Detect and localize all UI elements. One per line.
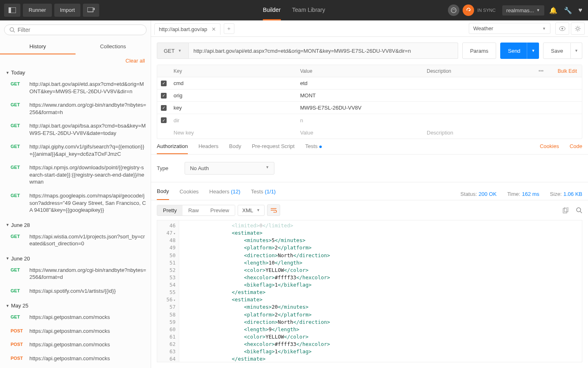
checkbox-icon[interactable]: ✓ <box>161 105 167 111</box>
checkbox-icon[interactable]: ✓ <box>161 93 167 99</box>
history-item[interactable]: GEThttp://api.bart.gov/api/bsa.aspx?cmd=… <box>4 120 147 141</box>
param-value[interactable]: MONT <box>297 90 423 101</box>
new-desc-input[interactable]: Description <box>423 128 533 138</box>
sidebar-history-list[interactable]: ▼TodayGEThttp://api.bart.gov/api/etd.asp… <box>0 65 151 368</box>
settings-icon[interactable]: 🔧 <box>562 7 574 14</box>
environment-select[interactable]: Weather▼ <box>469 23 550 34</box>
history-item[interactable]: POSThttps://api.getpostman.com/mocks <box>4 366 147 368</box>
env-settings-button[interactable] <box>571 22 585 35</box>
search-response-icon[interactable] <box>576 207 582 213</box>
history-item[interactable]: POSThttps://api.getpostman.com/mocks <box>4 325 147 339</box>
history-item[interactable]: GEThttps://www.random.org/cgi-bin/randby… <box>4 99 147 120</box>
history-item[interactable]: GEThttps://www.random.org/cgi-bin/randby… <box>4 264 147 285</box>
tab-builder[interactable]: Builder <box>263 0 281 20</box>
sidebar-filter[interactable] <box>4 25 147 35</box>
param-key[interactable]: dir <box>170 115 297 126</box>
param-value[interactable]: MW9S-E7SL-26DU-VV8V <box>297 103 423 113</box>
method-select[interactable]: GET▼ <box>157 43 189 59</box>
params-button[interactable]: Params <box>462 43 496 59</box>
sidebar-day-header[interactable]: ▼June 20 <box>4 251 147 264</box>
sidebar-tab-history[interactable]: History <box>0 39 76 54</box>
resp-tab-tests[interactable]: Tests (1/1) <box>251 188 276 200</box>
add-tab-button[interactable]: ＋ <box>224 23 234 34</box>
toggle-sidebar-button[interactable] <box>4 4 20 17</box>
runner-button[interactable]: Runner <box>23 4 52 17</box>
param-desc[interactable] <box>423 94 533 98</box>
close-tab-icon[interactable]: ✕ <box>212 26 216 32</box>
format-select[interactable]: XML▼ <box>238 205 265 216</box>
param-key[interactable]: orig <box>170 90 297 101</box>
new-window-button[interactable] <box>83 4 99 17</box>
auth-type-select[interactable]: No Auth▼ <box>185 162 274 175</box>
param-row[interactable]: ✓keyMW9S-E7SL-26DU-VV8V <box>157 102 582 114</box>
filter-input[interactable] <box>18 27 141 33</box>
save-options-button[interactable]: ▼ <box>571 43 582 59</box>
subtab-prerequest[interactable]: Pre-request Script <box>252 143 295 154</box>
history-item[interactable]: GEThttp://api.giphy.com/v1/gifs/search?q… <box>4 141 147 162</box>
new-key-input[interactable]: New key <box>170 128 297 138</box>
code-link[interactable]: Code <box>570 143 582 154</box>
more-options-icon[interactable]: ••• <box>533 68 549 74</box>
param-value[interactable]: n <box>297 115 423 126</box>
url-input[interactable]: http://api.bart.gov/api/etd.aspx?cmd=etd… <box>189 43 459 59</box>
new-value-input[interactable]: Value <box>297 128 423 138</box>
param-row[interactable]: ✓origMONT <box>157 90 582 102</box>
subtab-headers[interactable]: Headers <box>198 143 218 154</box>
param-key[interactable]: key <box>170 103 297 113</box>
param-row[interactable]: ✓cmdetd <box>157 77 582 90</box>
history-item[interactable]: GEThttps://api.npmjs.org/downloads/point… <box>4 162 147 190</box>
history-item[interactable]: GEThttps://maps.googleapis.com/maps/api/… <box>4 190 147 218</box>
notifications-icon[interactable]: 🔔 <box>548 7 559 14</box>
copy-response-icon[interactable] <box>563 207 569 213</box>
tab-team-library[interactable]: Team Library <box>292 0 325 20</box>
bulk-edit-link[interactable]: Bulk Edit <box>549 68 582 74</box>
mode-raw[interactable]: Raw <box>183 205 205 215</box>
sidebar-tab-collections[interactable]: Collections <box>76 39 151 54</box>
method-badge: GET <box>11 287 24 295</box>
chevron-down-icon: ▼ <box>178 49 182 53</box>
user-menu[interactable]: realmmas...▼ <box>502 5 544 16</box>
history-item[interactable]: GEThttps://api.spotify.com/v1/artists/{{… <box>4 285 147 299</box>
request-tab[interactable]: http://api.bart.gov/ap ✕ <box>154 23 220 35</box>
sidebar-day-header[interactable]: ▼Today <box>4 65 147 78</box>
send-button-group: Send ▼ <box>500 43 539 59</box>
favorite-icon[interactable]: ♥ <box>577 7 584 14</box>
app-header: Runner Import Builder Team Library IN SY… <box>0 0 588 20</box>
subtab-authorization[interactable]: Authorization <box>157 143 188 154</box>
wrap-lines-button[interactable] <box>267 204 280 216</box>
send-button[interactable]: Send <box>500 43 528 59</box>
svg-rect-2 <box>87 7 93 12</box>
resp-tab-cookies[interactable]: Cookies <box>180 188 199 200</box>
response-body-viewer[interactable]: 4647▾484950515253545556▾5758596061626364… <box>157 220 582 362</box>
env-quicklook-button[interactable] <box>555 22 569 35</box>
checkbox-icon[interactable]: ✓ <box>161 117 167 123</box>
sidebar-day-header[interactable]: ▼May 25 <box>4 298 147 311</box>
clear-all-link[interactable]: Clear all <box>0 54 151 65</box>
subtab-tests[interactable]: Tests <box>305 143 321 154</box>
history-item[interactable]: GEThttps://api.getpostman.com/mocks <box>4 311 147 325</box>
sidebar-day-header[interactable]: ▼June 28 <box>4 218 147 231</box>
param-desc[interactable] <box>423 81 533 85</box>
mode-pretty[interactable]: Pretty <box>157 205 183 215</box>
history-item-url: https://api.getpostman.com/mocks <box>29 328 147 335</box>
save-button[interactable]: Save <box>543 43 571 59</box>
param-key[interactable]: cmd <box>170 78 297 88</box>
param-desc[interactable] <box>423 106 533 110</box>
param-value[interactable]: etd <box>297 78 423 88</box>
interceptor-icon[interactable] <box>448 4 459 16</box>
history-item[interactable]: POSThttps://api.getpostman.com/mocks <box>4 339 147 352</box>
subtab-body[interactable]: Body <box>229 143 241 154</box>
history-item[interactable]: GEThttp://api.bart.gov/api/etd.aspx?cmd=… <box>4 78 147 99</box>
send-options-button[interactable]: ▼ <box>527 43 539 59</box>
cookies-link[interactable]: Cookies <box>540 143 559 154</box>
param-row[interactable]: ✓dirn <box>157 114 582 126</box>
history-item[interactable]: GEThttps://api.wistia.com/v1/projects.js… <box>4 231 147 251</box>
resp-tab-body[interactable]: Body <box>157 188 169 200</box>
sync-status-icon[interactable] <box>463 4 474 16</box>
mode-preview[interactable]: Preview <box>205 205 235 215</box>
resp-tab-headers[interactable]: Headers (12) <box>209 188 241 200</box>
import-button[interactable]: Import <box>54 4 81 17</box>
param-desc[interactable] <box>423 118 533 122</box>
history-item[interactable]: POSThttps://api.getpostman.com/mocks <box>4 352 147 366</box>
checkbox-icon[interactable]: ✓ <box>161 81 167 86</box>
